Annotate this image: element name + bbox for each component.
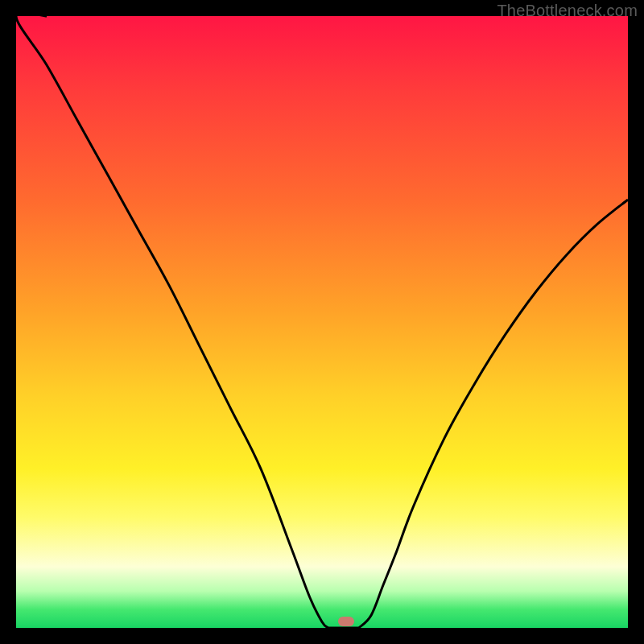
plot-area (16, 16, 628, 628)
bottleneck-curve (16, 16, 628, 628)
curve-path (16, 12, 628, 629)
chart-frame: TheBottleneck.com (0, 0, 644, 644)
